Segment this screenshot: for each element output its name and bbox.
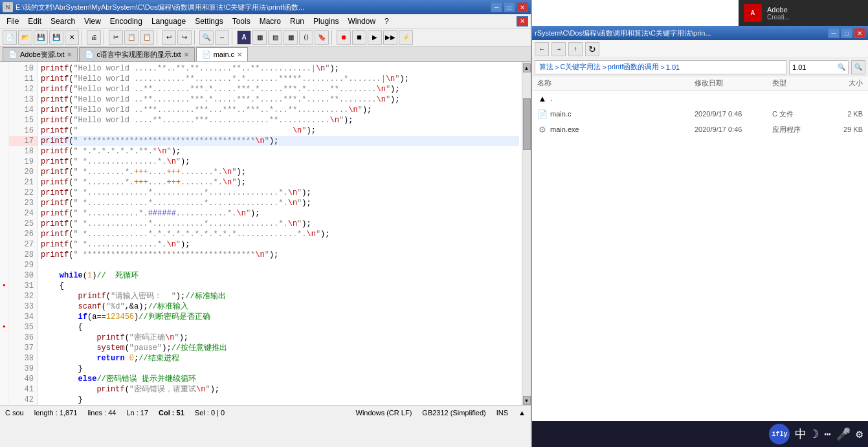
scroll-down-button[interactable]: ▼ [523, 396, 531, 405]
menu-edit[interactable]: Edit [24, 16, 45, 27]
tab-close-0[interactable]: ✕ [67, 51, 72, 58]
gutter-mark-20 [0, 166, 8, 176]
maximize-button[interactable]: □ [504, 2, 515, 12]
gutter-mark-24 [0, 207, 8, 217]
col-name[interactable]: 名称 [537, 78, 695, 88]
toolbar-btn-11[interactable]: ⚡ [399, 30, 413, 45]
list-item[interactable]: ⚙ main.exe 2020/9/17 0:46 应用程序 29 KB [532, 122, 868, 137]
gutter-mark-10 [0, 62, 8, 72]
close-button2[interactable]: ✕ [65, 30, 79, 45]
menu-tools[interactable]: Tools [228, 16, 254, 27]
toolbar-btn-6[interactable]: ▦ [252, 30, 267, 45]
play-button[interactable]: ▶ [368, 30, 382, 45]
menu-view[interactable]: View [80, 16, 105, 27]
ifly-mic-btn[interactable]: 🎤 [836, 427, 851, 441]
cut-button[interactable]: ✂ [109, 30, 123, 45]
undo-button[interactable]: ↩ [162, 30, 176, 45]
editor-close-button[interactable]: ✕ [517, 16, 528, 27]
minimize-button[interactable]: ─ [491, 2, 502, 12]
breadcrumb-sep-0: > [555, 63, 559, 71]
redo-button[interactable]: ↪ [177, 30, 192, 45]
status-eol: Windows (CR LF) [356, 409, 412, 417]
print-button[interactable]: 🖨 [87, 30, 101, 45]
line-num-29: 29 [9, 260, 38, 270]
menu-run[interactable]: Run [286, 16, 308, 27]
save-button[interactable]: 💾 [34, 30, 48, 45]
breadcrumb-part-3[interactable]: 1.01 [666, 63, 680, 71]
gutter-mark-30 [0, 269, 8, 279]
fe-forward[interactable]: → [551, 42, 566, 56]
menu-macro[interactable]: Macro [256, 16, 285, 27]
tab-close-1[interactable]: ✕ [184, 51, 189, 58]
close-button[interactable]: ✕ [517, 2, 528, 12]
search-button[interactable]: 🔍 [851, 60, 865, 74]
menu-encoding[interactable]: Encoding [106, 16, 146, 27]
file-c-size: 2 KB [824, 110, 863, 118]
menu-bar: File Edit Search View Encoding Language … [0, 14, 531, 28]
ifly-chinese-btn[interactable]: 中 [795, 426, 807, 442]
fe-toolbar: ← → ↑ ↻ [532, 40, 868, 58]
fe-refresh[interactable]: ↻ [585, 42, 599, 56]
ifly-moon-btn[interactable]: ☽ [812, 427, 819, 441]
menu-language[interactable]: Language [148, 16, 190, 27]
stop-button[interactable]: ⏹ [352, 30, 366, 45]
gutter-mark-19 [0, 155, 8, 166]
code-line-33: scanf("%d",&a);//标准输入 [41, 301, 519, 312]
scroll-up-button[interactable]: ▲ [523, 63, 531, 72]
code-line-14: printf("Hello world ..***........***...*… [41, 105, 519, 115]
code-line-35: { [41, 322, 519, 333]
col-size[interactable]: 大小 [824, 78, 863, 88]
list-item[interactable]: 📄 main.c 2020/9/17 0:46 C 文件 2 KB [532, 106, 868, 122]
gutter-mark-15 [0, 114, 8, 124]
toolbar-btn-9[interactable]: ⟨⟩ [299, 30, 313, 45]
find-button[interactable]: 🔍 [199, 30, 214, 45]
fe-minimize[interactable]: ─ [828, 28, 840, 38]
replace-button[interactable]: ↔ [215, 30, 229, 45]
tab-graphics[interactable]: 📄 c语言中实现图形的显示.txt ✕ [79, 47, 194, 61]
breadcrumb-part-1[interactable]: C关键字用法 [560, 62, 601, 72]
fe-title-controls: ─ □ ✕ [828, 28, 865, 38]
fe-back[interactable]: ← [535, 42, 549, 56]
toolbar-btn-7[interactable]: ▤ [268, 30, 282, 45]
menu-help[interactable]: ? [381, 16, 393, 27]
fe-up-dir[interactable]: ▲ . [532, 91, 868, 106]
new-button[interactable]: 📄 [3, 30, 17, 45]
code-editor[interactable]: printf("Hello world .....**..**.**......… [38, 62, 522, 405]
save-all-button[interactable]: 💾 [49, 30, 63, 45]
vertical-scrollbar[interactable]: ▲ ▼ [522, 62, 531, 405]
record-button[interactable]: ⏺ [337, 30, 351, 45]
menu-plugins[interactable]: Plugins [309, 16, 342, 27]
fe-close[interactable]: ✕ [854, 28, 865, 38]
tab-close-2[interactable]: ✕ [237, 51, 242, 58]
code-line-39: } [41, 364, 519, 374]
copy-button[interactable]: 📋 [124, 30, 139, 45]
menu-settings[interactable]: Settings [191, 16, 227, 27]
ifly-settings-btn[interactable]: ⚙ [856, 427, 863, 441]
search-box[interactable]: 🔍 [789, 60, 849, 74]
search-input[interactable] [792, 63, 838, 71]
menu-search[interactable]: Search [47, 16, 79, 27]
tab-adobe[interactable]: 📄 Adobe资源.txt ✕ [3, 47, 78, 61]
breadcrumb-part-0[interactable]: 算法 [539, 62, 553, 72]
breadcrumb[interactable]: 算法 > C关键字用法 > printf函数的调用 > 1.01 [535, 60, 786, 74]
col-type[interactable]: 类型 [772, 78, 824, 88]
scroll-thumb[interactable] [523, 98, 531, 150]
zoom-in-button[interactable]: A [237, 30, 251, 45]
menu-window[interactable]: Window [344, 16, 379, 27]
paste-button[interactable]: 📋 [140, 30, 154, 45]
ifly-dots-btn[interactable]: ⋯ [824, 427, 831, 441]
tab-main[interactable]: 📄 main.c ✕ [196, 47, 248, 61]
fe-maximize[interactable]: □ [841, 28, 852, 38]
gutter-mark-21 [0, 176, 8, 186]
menu-file[interactable]: File [3, 16, 23, 27]
code-line-26: printf(" *.............*.*.*.*.*.*.*.*.*… [41, 229, 519, 239]
breadcrumb-part-2[interactable]: printf函数的调用 [608, 62, 659, 72]
run-macro-button[interactable]: ▶▶ [383, 30, 397, 45]
toolbar-sep-2 [104, 30, 106, 45]
toolbar-btn-8[interactable]: ▦ [284, 30, 298, 45]
fe-up[interactable]: ↑ [568, 42, 583, 56]
gutter-mark-25 [0, 217, 8, 228]
toolbar-btn-10[interactable]: 🔖 [315, 30, 329, 45]
open-button[interactable]: 📂 [18, 30, 32, 45]
col-date[interactable]: 修改日期 [695, 78, 772, 88]
